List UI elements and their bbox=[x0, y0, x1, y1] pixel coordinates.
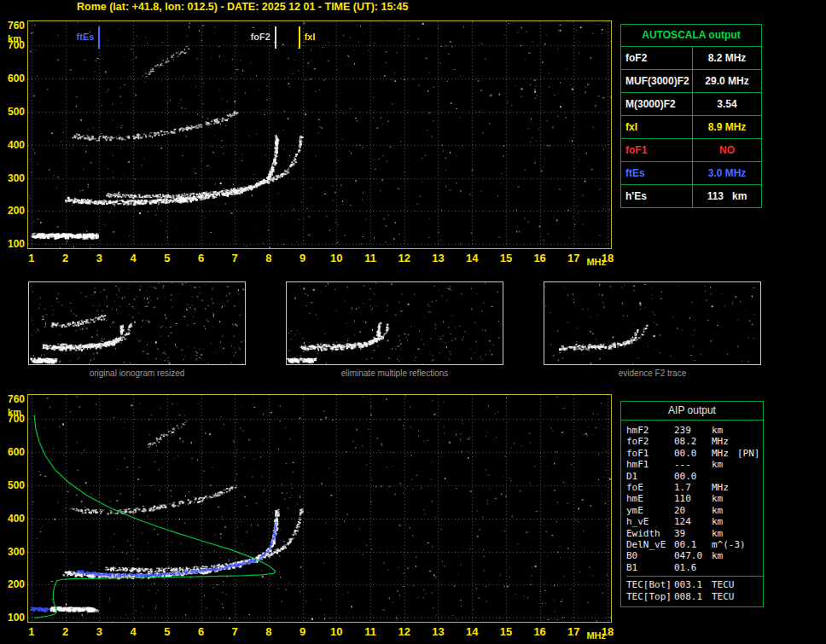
station-title: Rome (lat: +41.8, lon: 012.5) - DATE: 20… bbox=[77, 1, 408, 13]
thumbnail-f2-canvas bbox=[544, 281, 761, 365]
aip-unit bbox=[712, 562, 737, 573]
x-tick-label: 12 bbox=[396, 252, 413, 264]
x-tick-label: 10 bbox=[328, 252, 345, 264]
thumbnail-caption-f2: evidence F2 trace bbox=[544, 368, 761, 378]
x-tick-label: 9 bbox=[294, 252, 311, 264]
x-tick-label: 4 bbox=[125, 252, 142, 264]
aip-label: h_vE bbox=[626, 516, 674, 527]
autoscala-row: foF28.2 MHz bbox=[621, 47, 761, 70]
aip-label: TEC[Top] bbox=[626, 591, 674, 602]
autoscala-row: ftEs3.0 MHz bbox=[621, 162, 761, 185]
x-tick-label: 9 bbox=[294, 625, 311, 638]
y-tick-label: 500 bbox=[1, 479, 25, 491]
autoscala-row-label: fxI bbox=[621, 116, 692, 138]
y-tick-label: 300 bbox=[1, 172, 25, 184]
y-tick-label: 100 bbox=[1, 238, 25, 250]
aip-row: hmE110km bbox=[626, 493, 763, 504]
aip-rows: hmF2239kmfoF208.2MHzfoF100.0MHz[PN]hmF1-… bbox=[621, 421, 763, 602]
aip-row: B101.6 bbox=[626, 562, 763, 573]
x-tick-label: 16 bbox=[532, 625, 549, 638]
x-tick-label: 11 bbox=[362, 625, 379, 638]
autoscala-row-label: foF1 bbox=[621, 139, 692, 161]
fxI-marker-label: fxI bbox=[305, 32, 316, 42]
x-tick-label: 2 bbox=[57, 252, 74, 264]
ionogram-top-canvas bbox=[27, 20, 612, 249]
y-tick-label: 300 bbox=[1, 546, 25, 558]
autoscala-row: foF1NO bbox=[621, 139, 761, 162]
y-tick-label: 200 bbox=[1, 578, 25, 590]
aip-unit: MHz bbox=[712, 448, 737, 459]
x-tick-label: 3 bbox=[90, 625, 108, 638]
aip-row: TEC[Top]008.1TECU bbox=[626, 591, 763, 602]
aip-value: 124 bbox=[674, 516, 712, 527]
y-tick-label: 400 bbox=[1, 139, 25, 151]
foF2-marker-line bbox=[275, 26, 276, 49]
y-tick-label: 760 bbox=[1, 393, 25, 405]
x-tick-label: 1 bbox=[23, 625, 40, 638]
aip-label: foE bbox=[626, 482, 674, 493]
y-tick-label: 760 bbox=[1, 20, 25, 32]
autoscala-row-value: 29.0 MHz bbox=[692, 70, 761, 92]
x-tick-label: 5 bbox=[159, 625, 176, 638]
aip-label: hmF1 bbox=[626, 459, 674, 470]
autoscala-row: fxI8.9 MHz bbox=[621, 116, 761, 139]
x-tick-label: 3 bbox=[90, 252, 108, 264]
x-tick-label: 7 bbox=[226, 252, 243, 264]
aip-tec-divider bbox=[626, 576, 763, 577]
y-tick-label: 400 bbox=[1, 513, 25, 525]
ionogram-bottom-canvas bbox=[27, 394, 612, 623]
x-tick-label: 6 bbox=[193, 625, 210, 638]
aip-unit: km bbox=[712, 459, 737, 470]
aip-row: h_vE124km bbox=[626, 516, 763, 527]
autoscala-row: h'Es113 km bbox=[621, 185, 761, 207]
autoscala-row-label: foF2 bbox=[621, 47, 692, 69]
x-tick-label: 13 bbox=[429, 625, 446, 638]
aip-value: 110 bbox=[674, 493, 712, 504]
aip-unit: km bbox=[712, 493, 737, 504]
x-tick-label: 8 bbox=[260, 625, 277, 638]
x-tick-label: 16 bbox=[532, 252, 549, 264]
aip-value: 20 bbox=[674, 505, 712, 516]
thumbnail-caption-cleaned: eliminate multiple reflections bbox=[286, 368, 503, 378]
x-tick-label: 14 bbox=[463, 625, 480, 638]
aip-value: 239 bbox=[674, 425, 712, 436]
aip-unit: km bbox=[712, 516, 737, 527]
autoscala-row-label: MUF(3000)F2 bbox=[621, 70, 692, 92]
aip-value: 008.1 bbox=[674, 591, 712, 602]
aip-unit: MHz bbox=[712, 482, 737, 493]
x-tick-label: 10 bbox=[328, 625, 345, 638]
ftEs-marker-line bbox=[98, 26, 100, 49]
aip-value: 047.0 bbox=[674, 550, 712, 561]
aip-label: B0 bbox=[626, 550, 674, 561]
autoscala-row-label: h'Es bbox=[621, 185, 692, 207]
autoscala-table: AUTOSCALA output foF28.2 MHzMUF(3000)F22… bbox=[620, 24, 762, 208]
x-tick-label: 12 bbox=[396, 625, 413, 638]
aip-table: AIP output hmF2239kmfoF208.2MHzfoF100.0M… bbox=[620, 401, 764, 607]
aip-value: 00.0 bbox=[674, 471, 712, 482]
y-tick-label: 200 bbox=[1, 205, 25, 217]
foF2-marker-label: foF2 bbox=[235, 32, 270, 42]
autoscala-row: MUF(3000)F229.0 MHz bbox=[621, 70, 761, 93]
x-tick-label: 5 bbox=[159, 252, 176, 264]
aip-unit: km bbox=[712, 550, 737, 561]
y-axis-unit: km bbox=[1, 33, 21, 44]
x-tick-label: 7 bbox=[226, 625, 243, 638]
x-tick-label: 13 bbox=[429, 252, 446, 264]
aip-row: ymE20km bbox=[626, 505, 763, 516]
y-tick-label: 100 bbox=[1, 612, 25, 624]
x-axis-unit: MHz bbox=[586, 630, 606, 641]
y-tick-label: 600 bbox=[1, 446, 25, 458]
autoscala-row-value: 8.9 MHz bbox=[692, 116, 761, 138]
autoscala-row: M(3000)F23.54 bbox=[621, 93, 761, 116]
aip-extra: [PN] bbox=[737, 448, 760, 459]
x-tick-label: 17 bbox=[565, 252, 582, 264]
aip-row: foF100.0MHz[PN] bbox=[626, 448, 763, 459]
x-tick-label: 6 bbox=[193, 252, 210, 264]
aip-row: TEC[Bot]003.1TECU bbox=[626, 579, 763, 590]
aip-label: D1 bbox=[626, 471, 674, 482]
x-tick-label: 11 bbox=[362, 252, 379, 264]
aip-unit: km bbox=[712, 425, 737, 436]
aip-value: 00.1 bbox=[674, 539, 712, 550]
aip-value: 01.6 bbox=[674, 562, 712, 573]
aip-value: 1.7 bbox=[674, 482, 712, 493]
